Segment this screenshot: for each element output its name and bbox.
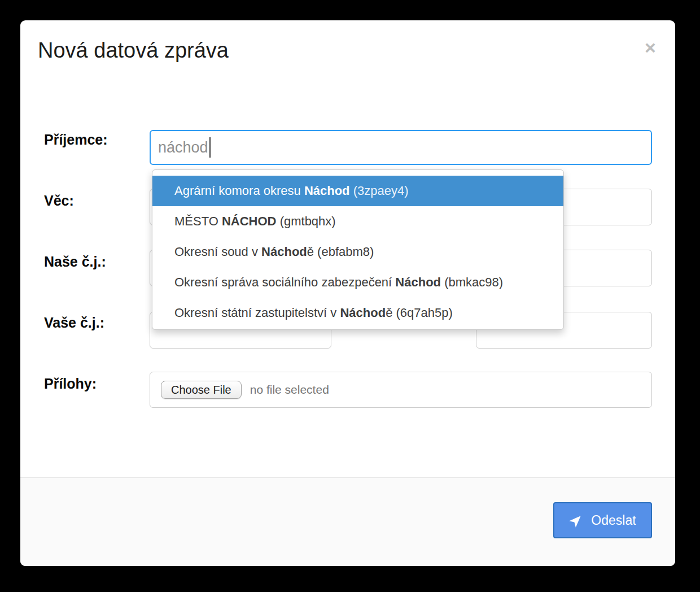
suggestion-text: MĚSTO: [174, 214, 222, 229]
choose-file-button[interactable]: Choose File: [161, 381, 242, 399]
suggestion-code: (3zpaey4): [350, 184, 409, 198]
suggestion-text: Okresní státní zastupitelství v: [174, 306, 340, 320]
attachments-label: Přílohy:: [44, 375, 97, 392]
suggestion-text: Agrární komora okresu: [174, 184, 304, 198]
send-button-label: Odeslat: [591, 513, 636, 528]
your-ref-label: Vaše č.j.:: [44, 314, 104, 331]
send-icon: [569, 513, 584, 528]
attachments-field: Choose File no file selected: [150, 372, 652, 408]
recipient-label: Příjemce:: [44, 131, 108, 148]
subject-label: Věc:: [44, 192, 74, 209]
send-button[interactable]: Odeslat: [553, 502, 652, 538]
suggestion-match: NÁCHOD: [222, 214, 277, 229]
suggestion-text: Okresní správa sociálního zabezpečení: [174, 275, 395, 290]
suggestion-match: Náchod: [304, 184, 350, 198]
file-status-text: no file selected: [250, 383, 329, 397]
suggestion-item[interactable]: MĚSTO NÁCHOD (gmtbqhx): [152, 206, 563, 237]
close-icon: ×: [645, 37, 656, 58]
suggestion-text: Okresní soud v: [174, 245, 261, 259]
new-message-modal: Nová datová zpráva × Příjemce: náchod Vě…: [20, 20, 675, 566]
suggestion-code: ě (6q7ah5p): [386, 306, 453, 320]
close-button[interactable]: ×: [639, 36, 662, 59]
suggestion-match: Náchod: [261, 245, 307, 259]
modal-footer: Odeslat: [20, 477, 675, 566]
recipient-input-value: náchod: [158, 139, 208, 156]
text-caret: [209, 137, 211, 158]
suggestion-match: Náchod: [340, 306, 386, 320]
suggestion-code: (gmtbqhx): [277, 214, 336, 229]
suggestion-code: ě (ebfabm8): [307, 245, 374, 259]
suggestion-match: Náchod: [395, 275, 441, 290]
recipient-suggestions-dropdown: Agrární komora okresu Náchod (3zpaey4) M…: [152, 169, 564, 330]
recipient-input[interactable]: náchod: [150, 130, 652, 165]
page-title: Nová datová zpráva: [38, 37, 229, 64]
our-ref-label: Naše č.j.:: [44, 253, 106, 270]
suggestion-code: (bmkac98): [441, 275, 503, 290]
suggestion-item[interactable]: Okresní státní zastupitelství v Náchodě …: [152, 298, 563, 328]
suggestion-item[interactable]: Okresní soud v Náchodě (ebfabm8): [152, 237, 563, 267]
suggestion-item[interactable]: Agrární komora okresu Náchod (3zpaey4): [152, 176, 563, 206]
suggestion-item[interactable]: Okresní správa sociálního zabezpečení Ná…: [152, 267, 563, 298]
